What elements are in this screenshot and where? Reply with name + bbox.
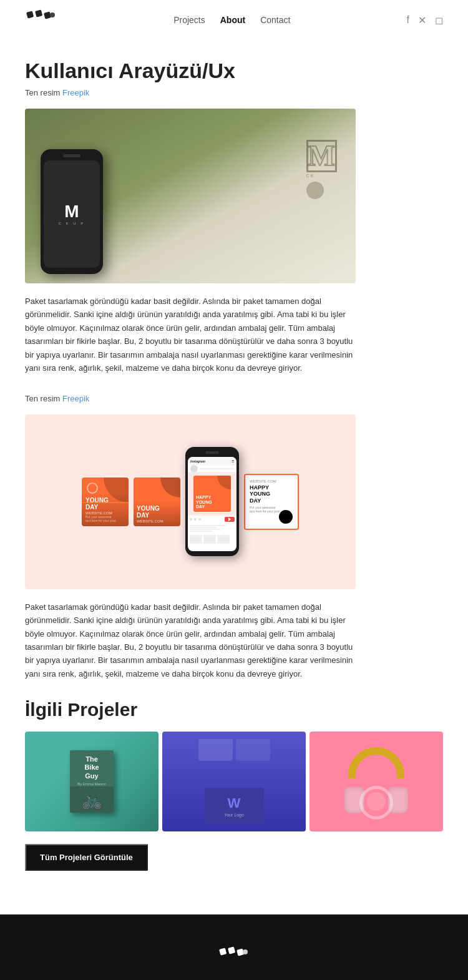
social-card-1: YOUNGDAY WEBSITE.COM Put your awesometex… [82,478,129,526]
instagram-phone-mockup: Instagram ☰ HAPPYYOUNGDAY [185,447,239,556]
social-card-2: YOUNGDAY WEBSITE.COM [134,478,180,526]
phone-mockup-1: M C K U P [41,149,103,274]
svg-rect-0 [26,11,34,18]
related-project-3[interactable] [310,732,443,831]
svg-rect-1 [35,9,42,17]
main-content: Kullanıcı Arayüzü/Ux Ten resim Freepik M… [0,40,468,914]
nav-about[interactable]: About [220,15,245,25]
svg-rect-4 [219,948,227,956]
project-image-1: M C K U P M CK [25,109,356,283]
happy-young-day-card: WEBSITE.COM HAPPYYOUNGDAY Put your aweso… [244,474,299,530]
page-title: Kullanıcı Arayüzü/Ux [25,59,443,83]
view-all-projects-button[interactable]: Tüm Projeleri Görüntüle [25,844,148,871]
your-logo-label: Your Logo [224,813,244,817]
related-projects-title: İlgili Projeler [25,699,443,720]
description-1: Paket tasarlamak göründüğü kadar basit d… [25,295,356,375]
svg-rect-5 [228,947,235,954]
image-credit-1: Ten resim Freepik [25,88,443,97]
description-2: Paket tasarlamak göründüğü kadar basit d… [25,600,356,681]
related-project-2[interactable]: W Your Logo [162,732,306,831]
m-logo-outline: M CK [306,140,337,199]
related-projects-section: İlgili Projeler TheBikeGuy By Emma Maxon… [25,699,443,889]
facebook-icon[interactable]: f [407,14,409,26]
svg-point-3 [50,12,55,17]
image-credit-2: Ten resim Freepik [25,394,443,403]
twitter-x-icon[interactable]: ✕ [418,14,426,26]
freepik-link-2[interactable]: Freepik [62,394,89,403]
nav-projects[interactable]: Projects [173,15,205,25]
instagram-icon[interactable]: ◻ [435,14,443,26]
site-header: Projects About Contact f ✕ ◻ [0,0,468,40]
freepik-link-1[interactable]: Freepik [62,88,89,97]
related-project-1[interactable]: TheBikeGuy By Emma Maxon 🚲 [25,732,158,831]
related-projects-grid: TheBikeGuy By Emma Maxon 🚲 W [25,732,443,831]
header-social-links: f ✕ ◻ [407,14,443,26]
footer-logo [25,946,443,970]
project-image-2: YOUNGDAY WEBSITE.COM Put your awesometex… [25,414,356,589]
nav-contact[interactable]: Contact [260,15,290,25]
site-footer: Numara, Sokak Adı Şehir, Ülke, Posta Kod… [0,914,468,980]
site-logo[interactable] [25,9,57,31]
svg-point-7 [243,949,248,954]
main-nav: Projects About Contact [173,15,290,25]
